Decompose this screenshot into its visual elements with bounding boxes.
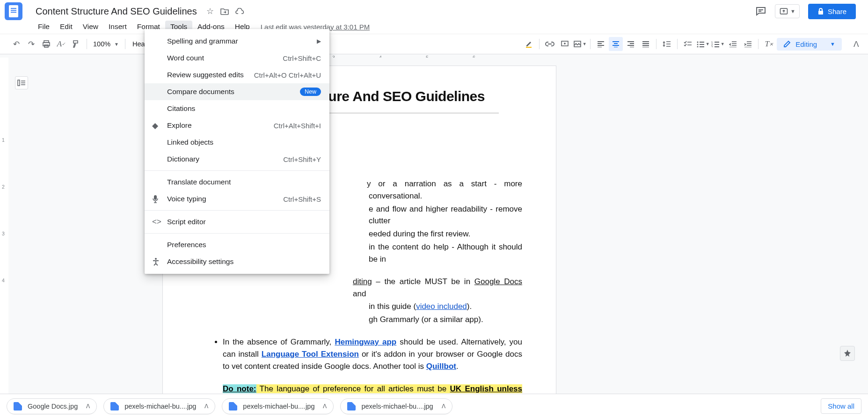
- download-chip[interactable]: Google Docs.jpgᐱ: [7, 398, 97, 414]
- divider: [145, 233, 329, 234]
- divider: [145, 210, 329, 211]
- svg-point-9: [697, 44, 698, 45]
- file-icon: [14, 402, 22, 411]
- menu-edit[interactable]: Edit: [55, 21, 78, 33]
- present-button[interactable]: ▼: [775, 4, 800, 18]
- indent-decrease-button[interactable]: [726, 37, 740, 51]
- dd-preferences[interactable]: Preferences: [145, 236, 329, 253]
- dd-linked-objects[interactable]: Linked objects: [145, 134, 329, 151]
- svg-rect-1: [818, 11, 823, 15]
- dd-translate[interactable]: Translate document: [145, 174, 329, 191]
- dd-spelling-grammar[interactable]: Spelling and grammar▶: [145, 33, 329, 50]
- explore-fab[interactable]: [840, 346, 855, 361]
- chevron-up-icon[interactable]: ᐱ: [204, 403, 208, 410]
- vertical-ruler[interactable]: 1 2 3 4: [0, 58, 8, 394]
- note-paragraph: Do note: The language of preference for …: [223, 383, 522, 394]
- bulleted-list-button[interactable]: ▼: [696, 37, 710, 51]
- svg-rect-3: [43, 43, 50, 46]
- menu-file[interactable]: File: [33, 21, 55, 33]
- lock-icon: [817, 7, 824, 15]
- dd-explore[interactable]: ◆ ExploreCtrl+Alt+Shift+I: [145, 117, 329, 134]
- image-button[interactable]: ▼: [573, 37, 587, 51]
- align-center-button[interactable]: [609, 37, 623, 51]
- cloud-status-icon[interactable]: [235, 8, 245, 15]
- dd-voice-typing[interactable]: Voice typingCtrl+Shift+S: [145, 191, 329, 207]
- list-item: gh Grammarly (or a similar app).: [369, 314, 522, 326]
- clear-formatting-button[interactable]: T✕: [762, 37, 776, 51]
- toolbar: ↶ ↷ A✓ 100%▼ Headin ▼ ▼ 123▼ T✕ Editing …: [0, 34, 868, 54]
- align-left-button[interactable]: [594, 37, 608, 51]
- highlight-button[interactable]: [522, 37, 536, 51]
- chevron-right-icon: ▶: [317, 38, 321, 44]
- dd-compare-documents[interactable]: Compare documentsNew: [145, 83, 329, 100]
- chevron-up-icon[interactable]: ᐱ: [323, 403, 327, 410]
- print-button[interactable]: [39, 37, 53, 51]
- list-item: in the content do help - Although it sho…: [369, 241, 522, 265]
- svg-text:3: 3: [711, 45, 713, 47]
- list-item: In the absence of Grammarly, Hemingway a…: [223, 336, 522, 372]
- tools-dropdown: Spelling and grammar▶ Word countCtrl+Shi…: [145, 29, 329, 274]
- document-canvas: 1 2 3 4 Content Structure And SEO Guidel…: [0, 58, 868, 394]
- dd-dictionary[interactable]: DictionaryCtrl+Shift+Y: [145, 151, 329, 168]
- share-button[interactable]: Share: [808, 4, 856, 19]
- chevron-up-icon[interactable]: ᐱ: [86, 403, 90, 410]
- caret-down-icon: ▼: [790, 8, 795, 14]
- indent-increase-button[interactable]: [741, 37, 755, 51]
- titlebar: Content Structure And SEO Guidelines ☆ ▼…: [0, 0, 868, 20]
- align-justify-button[interactable]: [639, 37, 653, 51]
- share-label: Share: [828, 7, 846, 15]
- document-title[interactable]: Content Structure And SEO Guidelines: [33, 5, 200, 18]
- chevron-up-icon[interactable]: ᐱ: [442, 403, 445, 410]
- title-icons: ☆: [206, 6, 245, 16]
- download-chip[interactable]: pexels-michael-bu....jpgᐱ: [103, 398, 215, 414]
- accessibility-icon: [152, 257, 160, 266]
- download-chip[interactable]: pexels-michael-bu....jpgᐱ: [222, 398, 334, 414]
- numbered-list-button[interactable]: 123▼: [711, 37, 725, 51]
- comment-button[interactable]: [558, 37, 572, 51]
- download-shelf: Google Docs.jpgᐱ pexels-michael-bu....jp…: [0, 394, 868, 418]
- dd-word-count[interactable]: Word countCtrl+Shift+C: [145, 50, 329, 66]
- file-icon: [110, 402, 119, 411]
- dd-citations[interactable]: Citations: [145, 100, 329, 117]
- file-icon: [347, 402, 356, 411]
- align-right-button[interactable]: [624, 37, 638, 51]
- link-button[interactable]: [543, 37, 557, 51]
- header-right: ▼ Share: [755, 4, 863, 19]
- list-item: eeded during the first review.: [369, 228, 522, 240]
- code-icon: <>: [152, 217, 161, 227]
- paint-format-button[interactable]: [69, 37, 83, 51]
- spellcheck-button[interactable]: A✓: [54, 37, 68, 51]
- zoom-select[interactable]: 100%▼: [90, 40, 122, 48]
- list-item: e and flow and higher readability - remo…: [369, 203, 522, 227]
- dd-script-editor[interactable]: <> Script editor: [145, 213, 329, 230]
- dd-accessibility[interactable]: Accessibility settings: [145, 253, 329, 270]
- svg-point-10: [697, 46, 698, 48]
- collapse-toolbar-button[interactable]: ᐱ: [849, 37, 863, 51]
- list-item: in this guide (video included).: [369, 301, 522, 313]
- undo-button[interactable]: ↶: [9, 37, 23, 51]
- move-icon[interactable]: [220, 7, 229, 15]
- svg-point-8: [697, 42, 698, 43]
- line-spacing-button[interactable]: [660, 37, 674, 51]
- docs-logo[interactable]: [5, 2, 22, 20]
- show-all-button[interactable]: Show all: [821, 398, 861, 414]
- editing-mode-button[interactable]: Editing ▼: [777, 38, 842, 51]
- menubar: File Edit View Insert Format Tools Add-o…: [0, 20, 868, 34]
- divider: [145, 170, 329, 171]
- outline-toggle-button[interactable]: [15, 76, 28, 89]
- redo-button[interactable]: ↷: [24, 37, 38, 51]
- menu-insert[interactable]: Insert: [103, 21, 132, 33]
- list-item: diting – the article MUST be in Google D…: [353, 276, 522, 300]
- checklist-button[interactable]: [681, 37, 695, 51]
- file-icon: [229, 402, 237, 411]
- svg-point-16: [155, 258, 157, 260]
- svg-rect-14: [18, 80, 20, 86]
- svg-rect-5: [526, 47, 532, 48]
- list-item: y or a narration as a start - more conve…: [369, 178, 522, 202]
- new-badge: New: [300, 88, 321, 96]
- comments-icon[interactable]: [755, 6, 766, 16]
- dd-review-edits[interactable]: Review suggested editsCtrl+Alt+O Ctrl+Al…: [145, 66, 329, 83]
- star-icon[interactable]: ☆: [206, 6, 214, 16]
- menu-view[interactable]: View: [78, 21, 103, 33]
- download-chip[interactable]: pexels-michael-bu....jpgᐱ: [340, 398, 452, 414]
